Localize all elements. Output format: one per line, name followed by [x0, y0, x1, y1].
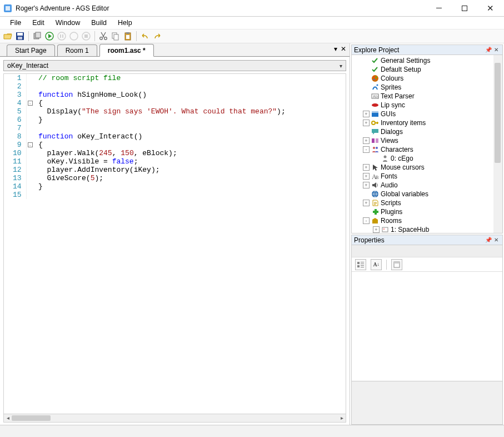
tab-room1[interactable]: Room 1: [57, 44, 97, 56]
tree-node[interactable]: + Audio: [352, 181, 502, 190]
cut-icon[interactable]: [98, 31, 109, 42]
code-text[interactable]: function oKey_Interact(): [34, 132, 346, 141]
expander-icon[interactable]: [363, 191, 370, 197]
code-text[interactable]: // room script file: [34, 74, 346, 82]
tree-node[interactable]: Default Setup: [352, 65, 502, 74]
expander-icon[interactable]: [363, 208, 370, 215]
tree-node[interactable]: + Mouse cursors: [352, 163, 502, 172]
expander-icon[interactable]: [363, 93, 370, 100]
tab-close-icon[interactable]: ✕: [341, 45, 346, 53]
expander-icon[interactable]: [363, 75, 370, 82]
scroll-right-icon[interactable]: ▸: [338, 414, 346, 422]
fold-gutter[interactable]: [26, 157, 34, 166]
menu-build[interactable]: Build: [86, 18, 112, 28]
tree-node[interactable]: Plugins: [352, 207, 502, 216]
code-text[interactable]: Display("The sign says 'EWOH'. What coul…: [34, 107, 346, 116]
fold-gutter[interactable]: [26, 132, 34, 141]
scrollbar-thumb[interactable]: [12, 415, 51, 421]
menu-help[interactable]: Help: [112, 18, 138, 28]
tree-node[interactable]: General Settings: [352, 56, 502, 65]
close-button[interactable]: ✕: [477, 0, 503, 17]
tree-node[interactable]: + GUIs: [352, 110, 502, 118]
code-text[interactable]: player.Walk(245, 150, eBlock);: [34, 149, 346, 157]
pin-icon[interactable]: 📌: [485, 47, 492, 53]
code-line[interactable]: 9 - {: [4, 141, 346, 149]
panel-close-icon[interactable]: ✕: [492, 237, 500, 243]
menu-file[interactable]: File: [4, 18, 27, 28]
fold-gutter[interactable]: [26, 166, 34, 174]
menu-window[interactable]: Window: [50, 18, 86, 28]
tab-room1-asc[interactable]: room1.asc *: [99, 44, 154, 57]
code-text[interactable]: GiveScore(5);: [34, 174, 346, 182]
tree-node[interactable]: + Views: [352, 136, 502, 145]
tree-node[interactable]: 0: cEgo: [352, 154, 502, 163]
redo-icon[interactable]: [152, 31, 163, 42]
code-line[interactable]: 15: [4, 191, 346, 199]
build-icon[interactable]: [32, 31, 43, 42]
expander-icon[interactable]: +: [363, 120, 370, 126]
expander-icon[interactable]: +: [363, 200, 370, 206]
expander-icon[interactable]: [363, 84, 370, 91]
tree-scrollbar[interactable]: [493, 55, 502, 233]
properties-object-selector[interactable]: [352, 245, 502, 257]
code-line[interactable]: 8 function oKey_Interact(): [4, 132, 346, 141]
fold-gutter[interactable]: [26, 82, 34, 91]
fold-gutter[interactable]: [26, 116, 34, 124]
expander-icon[interactable]: +: [373, 226, 380, 233]
code-text[interactable]: oKey.Visible = false;: [34, 157, 346, 166]
pin-icon[interactable]: 📌: [485, 237, 492, 243]
minimize-button[interactable]: [426, 0, 452, 17]
code-line[interactable]: 3 function hSignHome_Look(): [4, 91, 346, 99]
fold-gutter[interactable]: [26, 107, 34, 116]
horizontal-scrollbar[interactable]: ◂ ▸: [3, 414, 346, 423]
expander-icon[interactable]: +: [363, 137, 370, 144]
run-icon[interactable]: [44, 31, 55, 42]
paste-icon[interactable]: [122, 31, 133, 42]
code-line[interactable]: 5 Display("The sign says 'EWOH'. What co…: [4, 107, 346, 116]
fold-gutter[interactable]: [26, 91, 34, 99]
code-line[interactable]: 11 oKey.Visible = false;: [4, 157, 346, 166]
expander-icon[interactable]: -: [363, 146, 370, 153]
tab-start-page[interactable]: Start Page: [7, 44, 55, 56]
fold-gutter[interactable]: [26, 174, 34, 182]
code-line[interactable]: 10 player.Walk(245, 150, eBlock);: [4, 149, 346, 157]
undo-icon[interactable]: [139, 31, 151, 42]
tree-node[interactable]: Global variables: [352, 190, 502, 198]
fold-gutter[interactable]: [26, 182, 34, 191]
code-line[interactable]: 14 }: [4, 182, 346, 191]
code-text[interactable]: function hSignHome_Look(): [34, 91, 346, 99]
scroll-left-icon[interactable]: ◂: [4, 414, 12, 422]
tree-node[interactable]: Dialogs: [352, 127, 502, 136]
fold-gutter[interactable]: -: [26, 141, 34, 149]
expander-icon[interactable]: [363, 102, 370, 108]
code-text[interactable]: [34, 191, 346, 199]
panel-close-icon[interactable]: ✕: [492, 47, 500, 53]
code-line[interactable]: 1 // room script file: [4, 74, 346, 82]
code-text[interactable]: [34, 82, 346, 91]
code-text[interactable]: }: [34, 116, 346, 124]
save-icon[interactable]: [14, 31, 26, 42]
copy-icon[interactable]: [110, 31, 121, 42]
fold-gutter[interactable]: -: [26, 99, 34, 107]
tree-node[interactable]: Ab| Text Parser: [352, 92, 502, 101]
expander-icon[interactable]: +: [363, 111, 370, 117]
code-text[interactable]: [34, 124, 346, 132]
code-line[interactable]: 2: [4, 82, 346, 91]
code-text[interactable]: {: [34, 99, 346, 107]
tree-node[interactable]: + Inventory items: [352, 118, 502, 127]
tree-node[interactable]: Sprites: [352, 83, 502, 92]
code-line[interactable]: 12 player.AddInventory(iKey);: [4, 166, 346, 174]
expander-icon[interactable]: [363, 128, 370, 135]
menu-edit[interactable]: Edit: [27, 18, 50, 28]
fold-gutter[interactable]: [26, 124, 34, 132]
tree-node[interactable]: - Characters: [352, 145, 502, 154]
function-dropdown[interactable]: oKey_Interact ▾: [3, 60, 346, 71]
tree-node[interactable]: + AB Fonts: [352, 172, 502, 181]
tab-menu-icon[interactable]: ▾: [334, 45, 337, 53]
code-line[interactable]: 7: [4, 124, 346, 132]
code-text[interactable]: {: [34, 141, 346, 149]
property-pages-icon[interactable]: [391, 259, 402, 270]
maximize-button[interactable]: [452, 0, 477, 17]
code-line[interactable]: 4 - {: [4, 99, 346, 107]
categorized-icon[interactable]: [355, 259, 366, 270]
